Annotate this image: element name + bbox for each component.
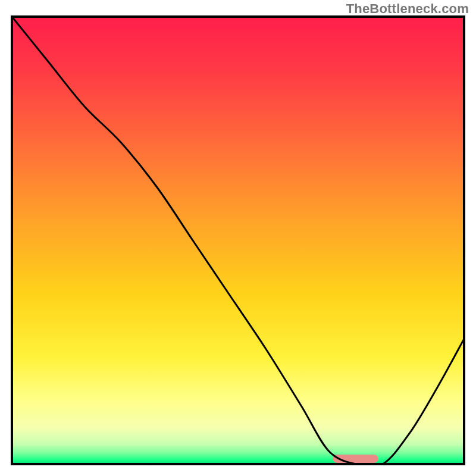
chart-svg	[0, 0, 476, 476]
gradient-background	[12, 17, 464, 464]
chart-container: TheBottleneck.com	[0, 0, 476, 476]
